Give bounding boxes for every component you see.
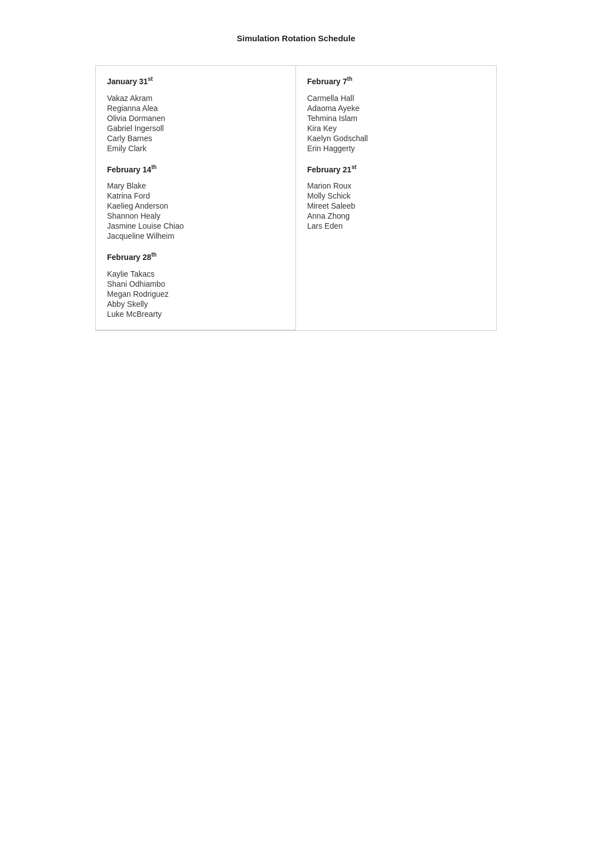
date-feb14: February 14th — [107, 164, 284, 174]
list-item: Olivia Dormanen — [107, 114, 284, 123]
list-item: Luke McBrearty — [107, 310, 284, 319]
schedule-grid: January 31st Vakaz Akram Regianna Alea O… — [95, 65, 497, 331]
list-item: Mireet Saleeb — [307, 201, 485, 210]
list-item: Shannon Healy — [107, 211, 284, 220]
list-item: Vakaz Akram — [107, 94, 284, 103]
names-jan31: Vakaz Akram Regianna Alea Olivia Dormane… — [107, 94, 284, 153]
list-item: Adaoma Ayeke — [307, 104, 485, 113]
page-title: Simulation Rotation Schedule — [95, 33, 497, 43]
names-feb14: Mary Blake Katrina Ford Kaelieg Anderson… — [107, 181, 284, 240]
list-item: Kaelieg Anderson — [107, 201, 284, 210]
list-item: Shani Odhiambo — [107, 279, 284, 288]
names-feb21: Marion Roux Molly Schick Mireet Saleeb A… — [307, 181, 485, 230]
list-item: Carmella Hall — [307, 94, 485, 103]
list-item: Abby Skelly — [107, 300, 284, 308]
list-item: Molly Schick — [307, 191, 485, 200]
list-item: Marion Roux — [307, 181, 485, 190]
list-item: Katrina Ford — [107, 191, 284, 200]
date-jan31: January 31st — [107, 76, 284, 86]
list-item: Mary Blake — [107, 181, 284, 190]
section-feb21: February 21st Marion Roux Molly Schick M… — [307, 164, 485, 231]
right-column: February 7th Carmella Hall Adaoma Ayeke … — [296, 66, 496, 330]
list-item: Carly Barnes — [107, 134, 284, 143]
list-item: Gabriel Ingersoll — [107, 124, 284, 133]
section-feb14: February 14th Mary Blake Katrina Ford Ka… — [107, 164, 284, 241]
date-feb21: February 21st — [307, 164, 485, 174]
date-feb14-sup: th — [151, 164, 156, 170]
date-feb21-sup: st — [351, 164, 356, 170]
names-feb7: Carmella Hall Adaoma Ayeke Tehmina Islam… — [307, 94, 485, 153]
date-feb7-sup: th — [347, 76, 352, 82]
date-jan31-sup: st — [148, 76, 153, 82]
list-item: Kira Key — [307, 124, 485, 133]
date-feb28: February 28th — [107, 252, 284, 262]
list-item: Lars Eden — [307, 221, 485, 230]
list-item: Erin Haggerty — [307, 144, 485, 153]
list-item: Kaelyn Godschall — [307, 134, 485, 143]
list-item: Megan Rodriguez — [107, 290, 284, 298]
date-feb7: February 7th — [307, 76, 485, 86]
list-item: Tehmina Islam — [307, 114, 485, 123]
list-item: Anna Zhong — [307, 211, 485, 220]
list-item: Jacqueline Wilheim — [107, 232, 284, 240]
list-item: Regianna Alea — [107, 104, 284, 113]
list-item: Kaylie Takacs — [107, 269, 284, 278]
left-column: January 31st Vakaz Akram Regianna Alea O… — [96, 66, 296, 330]
names-feb28: Kaylie Takacs Shani Odhiambo Megan Rodri… — [107, 269, 284, 319]
section-feb28: February 28th Kaylie Takacs Shani Odhiam… — [107, 252, 284, 319]
date-feb28-sup: th — [151, 252, 156, 258]
list-item: Jasmine Louise Chiao — [107, 221, 284, 230]
list-item: Emily Clark — [107, 144, 284, 153]
